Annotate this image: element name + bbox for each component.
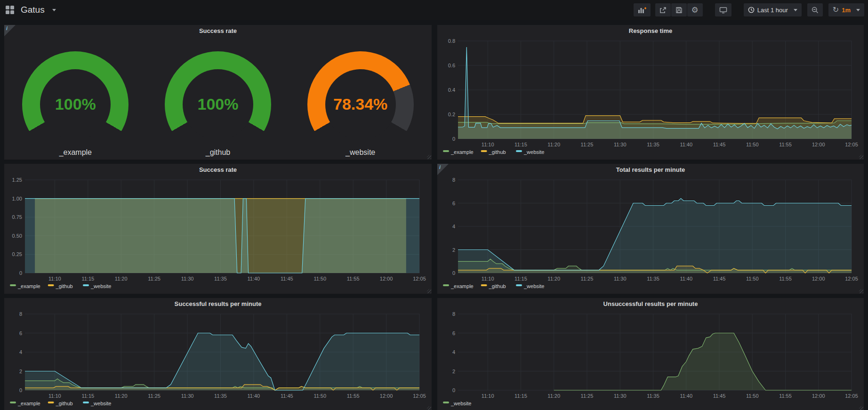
tv-mode-button[interactable] xyxy=(715,3,731,16)
legend-marker xyxy=(83,284,89,286)
success-rate-chart[interactable]: 00.250.500.751.001.2511:1011:1511:2011:2… xyxy=(8,176,428,291)
chart-svg: 0246811:1011:1511:2011:2511:3011:3511:40… xyxy=(8,310,428,408)
x-tick-label: 11:10 xyxy=(482,276,494,281)
legend-item-_github[interactable]: _github xyxy=(48,283,73,289)
save-button[interactable] xyxy=(671,3,687,16)
y-tick-label: 4 xyxy=(452,224,455,229)
legend-label: _example xyxy=(17,283,40,289)
y-tick-label: 0.25 xyxy=(12,251,22,257)
legend-item-_example[interactable]: _example xyxy=(10,283,40,289)
resize-handle-icon[interactable] xyxy=(427,155,431,159)
legend-item-_website[interactable]: _website xyxy=(83,401,111,406)
legend-item-_example[interactable]: _example xyxy=(443,149,474,155)
y-tick-label: 6 xyxy=(19,330,22,336)
legend-item-_website[interactable]: _website xyxy=(83,283,111,289)
legend-item-_github[interactable]: _github xyxy=(48,401,73,406)
x-tick-label: 11:25 xyxy=(581,393,594,399)
legend-marker xyxy=(48,402,54,403)
series-area-_website xyxy=(554,333,852,391)
panel-title[interactable]: Unsuccessful results per minute xyxy=(437,298,864,310)
panel-title[interactable]: Successful results per minute xyxy=(4,298,432,310)
legend-item-_example[interactable]: _example xyxy=(10,401,40,406)
y-tick-label: 0 xyxy=(452,270,455,276)
x-tick-label: 11:35 xyxy=(647,393,659,399)
x-tick-label: 12:05 xyxy=(413,393,426,399)
x-tick-label: 11:40 xyxy=(680,393,692,399)
panel-title[interactable]: Total results per minute xyxy=(437,164,864,176)
clock-icon xyxy=(748,7,755,13)
x-tick-label: 11:40 xyxy=(248,393,260,399)
x-tick-label: 11:50 xyxy=(313,393,326,399)
panel-title[interactable]: Success rate xyxy=(4,164,432,176)
x-tick-label: 11:45 xyxy=(281,276,293,281)
x-tick-label: 11:35 xyxy=(214,393,227,399)
x-tick-label: 11:15 xyxy=(81,393,94,399)
x-tick-label: 11:10 xyxy=(482,393,494,399)
panel-title[interactable]: Success rate xyxy=(4,25,432,37)
x-tick-label: 11:30 xyxy=(181,393,194,399)
legend-marker xyxy=(443,150,449,152)
gauge-label: _github xyxy=(147,148,289,157)
legend-item-_website[interactable]: _website xyxy=(516,149,544,155)
legend-item-_github[interactable]: _github xyxy=(481,283,506,289)
x-tick-label: 11:30 xyxy=(614,142,627,147)
legend-item-_website[interactable]: _website xyxy=(516,283,544,289)
legend-marker xyxy=(516,284,522,286)
resize-handle-icon[interactable] xyxy=(427,406,431,410)
x-tick-label: 11:55 xyxy=(779,142,792,147)
resize-handle-icon[interactable] xyxy=(859,289,863,293)
save-icon xyxy=(675,7,683,14)
unsuccessful-results-chart[interactable]: 0246811:1011:1511:2011:2511:3011:3511:40… xyxy=(441,310,860,408)
series-area-_website xyxy=(25,199,419,273)
x-tick-label: 11:25 xyxy=(581,276,594,281)
resize-handle-icon[interactable] xyxy=(427,289,431,293)
refresh-button[interactable]: ↻ 1m xyxy=(828,3,864,16)
x-tick-label: 11:50 xyxy=(313,276,326,281)
time-range-label: Last 1 hour xyxy=(757,7,788,14)
legend-item-_example[interactable]: _example xyxy=(443,283,474,289)
series-line-_website xyxy=(458,47,852,129)
zoom-out-icon xyxy=(812,7,819,14)
x-tick-label: 11:20 xyxy=(547,393,560,399)
dashboard-title[interactable]: Gatus xyxy=(21,5,45,15)
time-range-button[interactable]: Last 1 hour xyxy=(744,3,802,16)
panel-response-time: Response time 00.20.40.60.811:1011:1511:… xyxy=(437,25,864,160)
x-tick-label: 11:10 xyxy=(48,276,61,281)
x-tick-label: 11:10 xyxy=(482,142,494,147)
panel-title[interactable]: Response time xyxy=(437,25,864,37)
x-tick-label: 11:35 xyxy=(647,276,659,281)
y-tick-label: 8 xyxy=(452,177,455,183)
grid-icon[interactable] xyxy=(6,6,14,14)
y-tick-label: 2 xyxy=(452,247,455,253)
series-area-_website xyxy=(458,199,852,273)
total-results-chart[interactable]: 0246811:1011:1511:2011:2511:3011:3511:40… xyxy=(441,176,860,291)
zoom-out-button[interactable] xyxy=(807,3,823,16)
share-button[interactable] xyxy=(655,3,671,16)
successful-results-chart[interactable]: 0246811:1011:1511:2011:2511:3011:3511:40… xyxy=(8,310,428,408)
gauge-value: 100% xyxy=(165,95,271,113)
legend-marker xyxy=(10,402,16,403)
caret-down-icon[interactable] xyxy=(52,9,56,11)
resize-handle-icon[interactable] xyxy=(859,155,863,159)
legend-item-_website[interactable]: _website xyxy=(443,401,471,406)
y-tick-label: 2 xyxy=(19,369,22,374)
x-tick-label: 11:20 xyxy=(547,276,560,281)
x-tick-label: 11:30 xyxy=(614,393,627,399)
y-tick-label: 4 xyxy=(452,349,455,355)
response-time-chart[interactable]: 00.20.40.60.811:1011:1511:2011:2511:3011… xyxy=(441,37,860,157)
navbar: Gatus ⚙ xyxy=(0,0,868,20)
gauge-label: _example xyxy=(4,148,147,157)
legend-item-_github[interactable]: _github xyxy=(481,149,506,155)
x-tick-label: 11:50 xyxy=(746,276,759,281)
y-tick-label: 1.00 xyxy=(12,196,22,201)
settings-button[interactable]: ⚙ xyxy=(687,3,703,16)
add-panel-button[interactable] xyxy=(634,3,651,16)
x-tick-label: 11:30 xyxy=(614,276,627,281)
x-tick-label: 11:30 xyxy=(181,276,194,281)
gauge-_website: 78.34%_website xyxy=(289,37,432,160)
y-tick-label: 0 xyxy=(452,387,455,393)
series-area-_website xyxy=(25,333,419,391)
gauge-value: 100% xyxy=(22,95,129,113)
gauge-label: _website xyxy=(289,148,432,157)
resize-handle-icon[interactable] xyxy=(859,406,863,410)
